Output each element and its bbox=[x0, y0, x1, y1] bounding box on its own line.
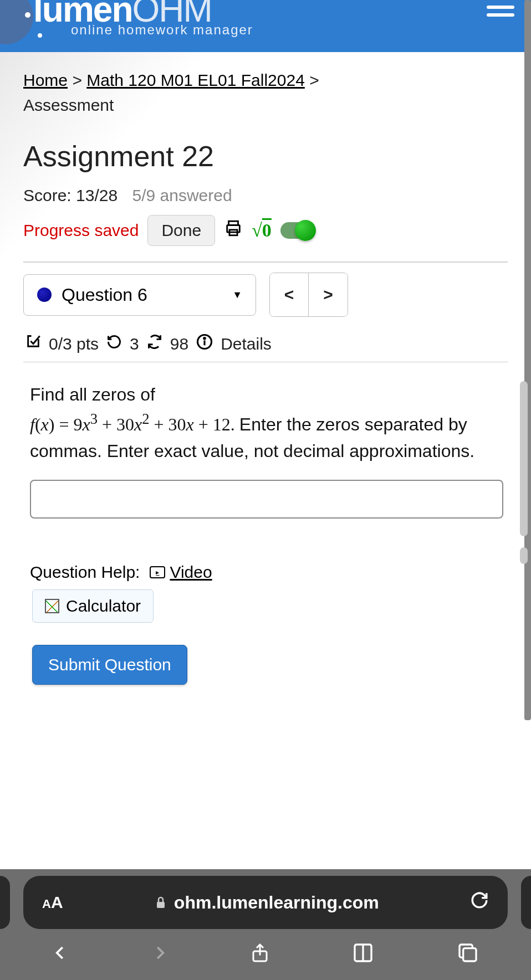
answer-input[interactable] bbox=[30, 480, 503, 519]
share-icon[interactable] bbox=[250, 941, 270, 970]
browser-side-control[interactable] bbox=[0, 876, 10, 929]
prev-question-button[interactable]: < bbox=[270, 273, 309, 316]
svg-rect-6 bbox=[157, 902, 165, 908]
question-dropdown-label: Question 6 bbox=[62, 285, 147, 305]
question-status-icon bbox=[37, 288, 52, 302]
video-icon: ▸ bbox=[150, 566, 165, 578]
divider bbox=[23, 261, 508, 263]
submit-question-button[interactable]: Submit Question bbox=[32, 645, 187, 685]
browser-chrome: AA ohm.lumenlearning.com bbox=[0, 869, 531, 980]
main-content: Home > Math 120 M01 EL01 Fall2024 > Asse… bbox=[0, 52, 531, 685]
question-math: f(x) = 9x3 + 30x2 + 30x + 12. bbox=[30, 414, 239, 434]
forward-icon[interactable] bbox=[151, 941, 168, 970]
breadcrumb: Home > Math 120 M01 EL01 Fall2024 > Asse… bbox=[23, 68, 508, 117]
question-nav-buttons: < > bbox=[269, 273, 348, 317]
video-link-label: Video bbox=[170, 563, 212, 582]
breadcrumb-course[interactable]: Math 120 M01 EL01 Fall2024 bbox=[86, 71, 305, 89]
regenerate-icon bbox=[147, 334, 162, 353]
math-mode-toggle[interactable] bbox=[280, 222, 315, 239]
breadcrumb-home[interactable]: Home bbox=[23, 71, 68, 89]
divider bbox=[23, 362, 508, 362]
question-dropdown[interactable]: Question 6 ▼ bbox=[23, 274, 256, 316]
next-question-button[interactable]: > bbox=[309, 273, 348, 316]
score-label: Score: bbox=[23, 186, 72, 204]
lock-icon bbox=[154, 895, 167, 910]
answered-count: 5/9 answered bbox=[132, 186, 232, 204]
info-icon[interactable] bbox=[196, 333, 213, 354]
logo-dot-icon bbox=[38, 33, 42, 38]
browser-toolbar bbox=[0, 941, 531, 970]
text-size-button[interactable]: AA bbox=[42, 893, 63, 912]
done-button[interactable]: Done bbox=[147, 215, 215, 246]
browser-url-bar[interactable]: AA ohm.lumenlearning.com bbox=[23, 876, 508, 929]
math-mode-icon: √0 bbox=[252, 220, 272, 241]
regen-count: 98 bbox=[170, 335, 188, 353]
calculator-label: Calculator bbox=[66, 597, 141, 615]
question-body: Find all zeros of f(x) = 9x3 + 30x2 + 30… bbox=[23, 381, 508, 519]
logo-dot-icon bbox=[25, 12, 30, 18]
progress-saved-label: Progress saved bbox=[23, 221, 139, 240]
bookmarks-icon[interactable] bbox=[352, 942, 374, 969]
browser-side-control[interactable] bbox=[521, 876, 531, 929]
retry-icon bbox=[106, 334, 122, 353]
question-help-row: Question Help: ▸ Video bbox=[23, 563, 508, 582]
back-icon[interactable] bbox=[52, 941, 69, 970]
chevron-down-icon: ▼ bbox=[232, 289, 242, 301]
details-link[interactable]: Details bbox=[221, 335, 272, 353]
app-header: lumenOHM online homework manager bbox=[0, 0, 531, 52]
points-label: 0/3 pts bbox=[49, 335, 99, 353]
calculator-icon bbox=[45, 599, 59, 613]
question-nav-row: Question 6 ▼ < > bbox=[23, 273, 508, 317]
progress-row: Progress saved Done √0 bbox=[23, 215, 508, 246]
help-label: Question Help: bbox=[30, 563, 140, 582]
breadcrumb-page: Assessment bbox=[23, 96, 114, 114]
score-row: Score: 13/28 5/9 answered bbox=[23, 186, 508, 205]
score-value: 13/28 bbox=[76, 186, 118, 204]
hamburger-menu-icon[interactable] bbox=[487, 6, 514, 21]
scrollbar-thumb[interactable] bbox=[520, 547, 528, 564]
breadcrumb-sep: > bbox=[72, 71, 86, 89]
svg-rect-9 bbox=[463, 948, 476, 961]
page-title: Assignment 22 bbox=[23, 140, 508, 173]
tabs-icon[interactable] bbox=[457, 942, 479, 969]
logo-circle bbox=[0, 0, 33, 44]
question-meta: 0/3 pts 3 98 Details bbox=[23, 330, 508, 362]
print-icon[interactable] bbox=[224, 219, 243, 242]
svg-point-5 bbox=[204, 338, 206, 340]
calculator-button[interactable]: Calculator bbox=[32, 589, 154, 623]
video-help-link[interactable]: ▸ Video bbox=[150, 563, 212, 582]
url-display: ohm.lumenlearning.com bbox=[76, 892, 457, 913]
breadcrumb-sep: > bbox=[309, 71, 319, 89]
checkbox-icon bbox=[25, 334, 41, 353]
question-text: Find all zeros of bbox=[30, 384, 155, 404]
reload-icon[interactable] bbox=[470, 891, 489, 914]
url-text: ohm.lumenlearning.com bbox=[174, 892, 379, 913]
page-scrollbar[interactable] bbox=[524, 0, 531, 720]
attempts-remaining: 3 bbox=[130, 335, 139, 353]
brand-tagline: online homework manager bbox=[71, 22, 253, 38]
scrollbar-thumb[interactable] bbox=[520, 381, 528, 536]
